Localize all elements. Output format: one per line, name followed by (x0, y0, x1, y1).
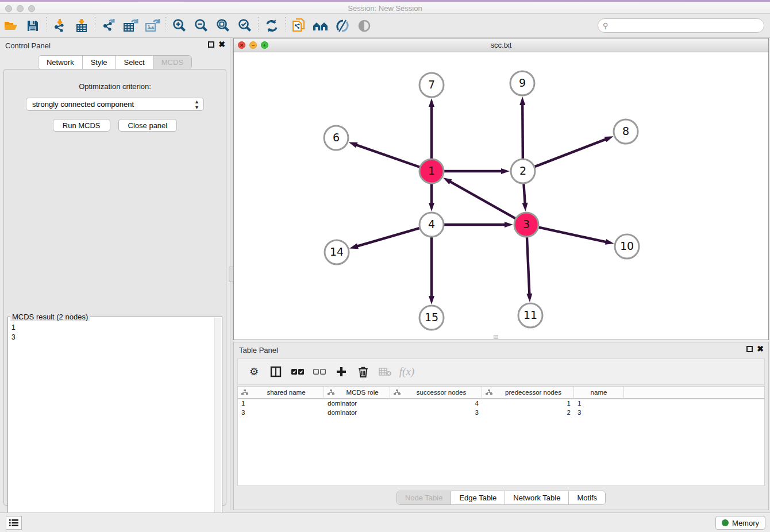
column-hierarchy-icon (394, 390, 401, 395)
table-options-gear-icon[interactable]: ⚙ (245, 363, 263, 380)
memory-status-icon (722, 519, 729, 526)
column-hierarchy-icon (486, 390, 492, 395)
birds-eye-icon[interactable] (353, 16, 375, 36)
duplicate-network-icon[interactable] (288, 16, 310, 36)
cell-predecessor-nodes[interactable]: 2 (482, 408, 574, 418)
close-table-panel-icon[interactable]: ✖ (757, 346, 764, 352)
tab-network[interactable]: Network (38, 56, 83, 69)
tab-motifs[interactable]: Motifs (569, 491, 605, 504)
mcds-result-box: MCDS result (2 nodes) 1 3 (7, 317, 222, 532)
edge-arrowhead (501, 168, 510, 174)
search-field[interactable]: ⚲ (598, 18, 764, 33)
optimization-criterion-dropdown[interactable]: strongly connected component ▲▼ (26, 98, 204, 111)
column-header-MCDS-role[interactable]: MCDS role (324, 387, 390, 398)
task-history-button[interactable] (6, 516, 22, 530)
delete-column-icon[interactable] (354, 363, 372, 380)
zoom-in-icon[interactable] (168, 16, 190, 36)
node-table[interactable]: shared nameMCDS rolesuccessor nodesprede… (237, 386, 765, 486)
mcds-result-text[interactable]: 1 3 (11, 323, 214, 532)
add-column-icon[interactable] (332, 363, 351, 380)
column-header-successor-nodes[interactable]: successor nodes (390, 387, 482, 398)
memory-button[interactable]: Memory (715, 516, 765, 530)
export-network-icon[interactable] (98, 16, 120, 36)
edge-4-14[interactable] (356, 228, 419, 246)
open-file-icon[interactable] (0, 16, 22, 36)
tab-network-table[interactable]: Network Table (505, 491, 569, 504)
apply-layout-icon[interactable] (261, 16, 283, 36)
cell-shared-name[interactable]: 1 (238, 399, 324, 408)
edge-3-11[interactable] (527, 237, 529, 295)
tab-node-table[interactable]: Node Table (397, 491, 452, 504)
cell-successor-nodes[interactable]: 3 (390, 408, 482, 418)
app-titlebar: Session: New Session (0, 2, 770, 14)
search-input[interactable] (609, 22, 764, 30)
table-body: 1dominator4113dominator323 (238, 399, 764, 418)
export-image-icon[interactable] (141, 16, 163, 36)
cell-successor-nodes[interactable]: 4 (390, 399, 482, 408)
edge-1-6[interactable] (355, 145, 419, 167)
column-header-label: shared name (251, 389, 321, 396)
graph-node-label: 4 (428, 218, 435, 230)
float-table-panel-icon[interactable] (746, 346, 753, 352)
close-panel-button[interactable]: Close panel (118, 119, 178, 132)
cell-predecessor-nodes[interactable]: 1 (482, 399, 574, 408)
graph-node-label: 7 (428, 78, 435, 91)
zoom-out-icon[interactable] (190, 16, 212, 36)
edge-2-8[interactable] (535, 139, 607, 167)
edge-2-9[interactable] (522, 103, 523, 159)
tab-style[interactable]: Style (83, 56, 116, 69)
tab-select[interactable]: Select (116, 56, 153, 69)
table-panel: Table Panel ✖ ⚙ f(x) shared nameMCDS rol… (233, 342, 769, 510)
close-panel-icon[interactable]: ✖ (218, 41, 225, 48)
edge-3-1[interactable] (449, 181, 515, 218)
toolbar-separator (285, 17, 286, 34)
zoom-fit-icon[interactable] (212, 16, 234, 36)
select-all-columns-icon[interactable] (288, 363, 307, 380)
graph-node-label: 8 (622, 125, 629, 137)
import-table-icon[interactable] (71, 16, 93, 36)
column-header-predecessor-nodes[interactable]: predecessor nodes (482, 387, 574, 398)
column-header-shared-name[interactable]: shared name (238, 387, 324, 398)
graph-node-label: 15 (425, 311, 438, 323)
column-header-name[interactable]: name (574, 387, 624, 398)
cell-MCDS-role[interactable]: dominator (324, 399, 390, 408)
status-bar: Memory (0, 512, 770, 532)
table-panel-title: Table Panel (239, 346, 278, 354)
edge-arrowhead (429, 98, 434, 107)
network-window-titlebar[interactable]: ✕ – + scc.txt (234, 38, 768, 52)
tab-mcds[interactable]: MCDS (153, 56, 191, 69)
column-hierarchy-icon (328, 390, 334, 395)
float-panel-icon[interactable] (208, 41, 214, 48)
table-row[interactable]: 3dominator323 (238, 408, 764, 418)
optimization-criterion-label: Optimization criterion: (4, 82, 226, 91)
save-session-icon[interactable] (22, 16, 44, 36)
control-panel-header: Control Panel ✖ (0, 38, 230, 53)
show-column-panel-icon[interactable] (267, 363, 285, 380)
network-graph[interactable]: 7968124314101511 (234, 52, 768, 340)
network-resize-handle[interactable] (494, 335, 498, 339)
table-tabs: Node TableEdge TableNetwork TableMotifs (396, 491, 606, 505)
table-row[interactable]: 1dominator411 (238, 399, 764, 408)
control-panel: Control Panel ✖ NetworkStyleSelectMCDS O… (0, 38, 230, 510)
cell-MCDS-role[interactable]: dominator (324, 408, 390, 418)
unselect-all-columns-icon[interactable] (310, 363, 329, 380)
edge-arrowhead (349, 244, 359, 249)
edge-arrowhead (443, 178, 452, 184)
cell-name[interactable]: 1 (574, 399, 624, 408)
run-mcds-button[interactable]: Run MCDS (53, 119, 110, 132)
column-header-label: predecessor nodes (495, 389, 571, 396)
import-network-icon[interactable] (49, 16, 71, 36)
network-canvas[interactable]: 7968124314101511 (234, 52, 768, 340)
tab-edge-table[interactable]: Edge Table (451, 491, 505, 504)
export-table-icon[interactable] (120, 16, 141, 36)
table-header-row: shared nameMCDS rolesuccessor nodesprede… (238, 387, 764, 399)
toolbar-separator (165, 17, 166, 34)
cell-shared-name[interactable]: 3 (238, 408, 324, 418)
edge-3-10[interactable] (538, 228, 607, 242)
cell-name[interactable]: 3 (574, 408, 624, 418)
mcds-result-scrollbar[interactable] (214, 318, 221, 532)
edge-2-3[interactable] (523, 184, 525, 205)
show-graphics-details-icon[interactable] (332, 16, 353, 36)
first-neighbors-icon[interactable] (310, 16, 332, 36)
zoom-selected-icon[interactable] (234, 16, 256, 36)
